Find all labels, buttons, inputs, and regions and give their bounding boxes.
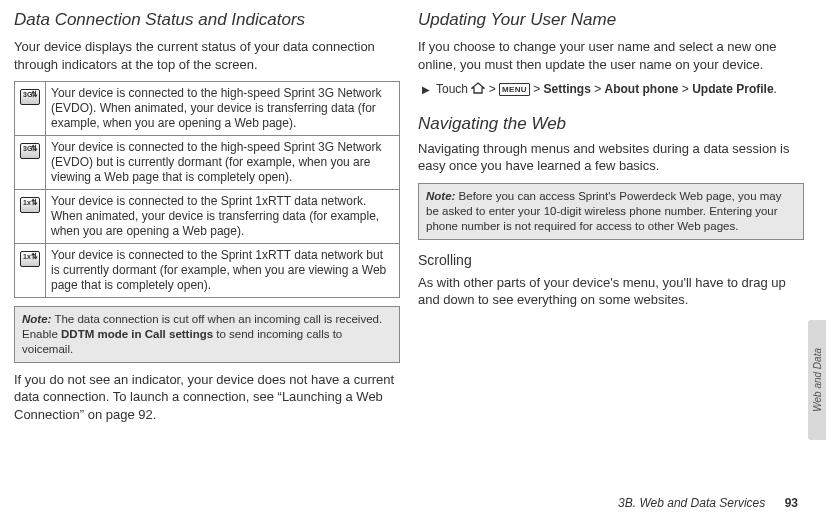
right-column: Updating Your User Name If you choose to… bbox=[418, 10, 804, 478]
step-touch-label: Touch bbox=[436, 82, 471, 96]
right-p1: If you choose to change your user name a… bbox=[418, 38, 804, 73]
footer-page: 93 bbox=[785, 496, 798, 510]
indicator-table: 3G⇅ Your device is connected to the high… bbox=[14, 81, 400, 298]
sep: > bbox=[594, 82, 604, 96]
sep: > bbox=[682, 82, 692, 96]
home-icon bbox=[471, 82, 485, 99]
left-after: If you do not see an indicator, your dev… bbox=[14, 371, 400, 424]
right-title-1: Updating Your User Name bbox=[418, 10, 804, 30]
menu-icon: MENU bbox=[499, 83, 530, 96]
step-content: Touch > MENU > Settings > About phone > … bbox=[436, 81, 777, 98]
right-p3: As with other parts of your device's men… bbox=[418, 274, 804, 309]
indicator-desc: Your device is connected to the high-spe… bbox=[46, 82, 400, 136]
table-row: 1x⇅ Your device is connected to the Spri… bbox=[15, 244, 400, 298]
table-row: 3G⇅ Your device is connected to the high… bbox=[15, 136, 400, 190]
step-settings: Settings bbox=[544, 82, 591, 96]
sep: > bbox=[489, 82, 499, 96]
footer-section: 3B. Web and Data Services bbox=[618, 496, 765, 510]
step-marker-icon: ▶ bbox=[422, 81, 430, 98]
step-about: About phone bbox=[605, 82, 679, 96]
left-note: Note: The data connection is cut off whe… bbox=[14, 306, 400, 363]
page: Data Connection Status and Indicators Yo… bbox=[0, 0, 826, 518]
side-tab: Web and Data bbox=[808, 320, 826, 440]
scrolling-subhead: Scrolling bbox=[418, 252, 804, 268]
icon-3g-dormant: 3G⇅ bbox=[15, 136, 46, 190]
note-bold: DDTM mode in Call settings bbox=[61, 328, 213, 340]
right-note: Note: Before you can access Sprint's Pow… bbox=[418, 183, 804, 240]
left-title: Data Connection Status and Indicators bbox=[14, 10, 400, 30]
step-update-profile: ▶ Touch > MENU > Settings > About phone … bbox=[418, 81, 804, 98]
indicator-desc: Your device is connected to the Sprint 1… bbox=[46, 190, 400, 244]
right-p2: Navigating through menus and websites du… bbox=[418, 140, 804, 175]
indicator-desc: Your device is connected to the Sprint 1… bbox=[46, 244, 400, 298]
page-footer: 3B. Web and Data Services 93 bbox=[618, 496, 798, 510]
left-intro: Your device displays the current status … bbox=[14, 38, 400, 73]
note-text: Before you can access Sprint's Powerdeck… bbox=[426, 190, 781, 232]
icon-1x-active: 1x⇅ bbox=[15, 190, 46, 244]
table-row: 3G⇅ Your device is connected to the high… bbox=[15, 82, 400, 136]
right-title-2: Navigating the Web bbox=[418, 114, 804, 134]
side-tab-label: Web and Data bbox=[812, 348, 823, 412]
icon-3g-active: 3G⇅ bbox=[15, 82, 46, 136]
step-update: Update Profile bbox=[692, 82, 773, 96]
note-label: Note: bbox=[426, 190, 455, 202]
note-label: Note: bbox=[22, 313, 51, 325]
left-column: Data Connection Status and Indicators Yo… bbox=[14, 10, 400, 478]
table-row: 1x⇅ Your device is connected to the Spri… bbox=[15, 190, 400, 244]
indicator-desc: Your device is connected to the high-spe… bbox=[46, 136, 400, 190]
icon-1x-dormant: 1x⇅ bbox=[15, 244, 46, 298]
sep: > bbox=[533, 82, 543, 96]
